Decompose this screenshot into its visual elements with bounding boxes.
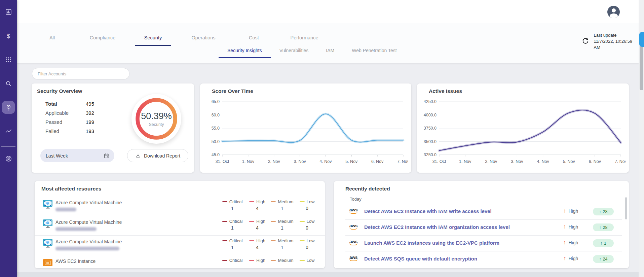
stat-passed: Passed199 [45,119,123,128]
resource-row[interactable]: Azure Compute Virtual Machine Critical 1… [35,236,325,255]
active-issues-chart: 4250.04000.03750.03500.03250.031. Oct1. … [420,98,626,169]
aws-logo-icon: aws [349,239,359,245]
svg-text:50.0: 50.0 [212,139,220,144]
svg-text:6. Nov: 6. Nov [589,159,601,164]
detection-link[interactable]: Detect AWS EC2 Instance with IAM write a… [364,208,492,214]
user-avatar[interactable] [607,6,620,18]
severity-dash-icon [271,221,276,222]
sidebar-item-billing[interactable]: $ [2,29,15,42]
app-root: $ AllComplianceSecurityOperationsCostPer… [0,0,644,277]
severity-low: Low 0 [295,238,319,250]
resource-row[interactable]: AWS EC2 Instance Critical High Medium Lo… [35,255,325,268]
svg-text:3750.0: 3750.0 [424,126,437,131]
detection-link[interactable]: Detect AWS EC2 Instance with IAM organiz… [364,224,510,230]
search-icon [5,80,12,87]
up-arrow-icon: ↑ [599,225,601,230]
severity-critical: Critical 1 [220,199,245,211]
delta-badge: ↑ 1 [593,239,614,247]
severity-critical: Critical 1 [220,238,245,250]
top-bar [17,0,639,23]
severity-indicator: ↑ High [563,224,578,230]
svg-text:4. Nov: 4. Nov [537,159,550,164]
resource-name: Azure Compute Virtual Machine [55,219,122,225]
refresh-icon[interactable] [582,37,590,45]
resource-row[interactable]: Azure Compute Virtual Machine Critical 1… [35,216,325,236]
filter-accounts-input[interactable] [32,68,129,79]
active-issues-card: Active Issues 4250.04000.03750.03500.032… [417,83,629,173]
delta-badge: ↑ 24 [593,255,614,263]
period-select-value: Last Week [46,153,68,159]
sidebar-item-dashboard[interactable] [2,5,15,18]
last-update: Last update 11/7/2022, 10:26:59 AM [582,32,639,50]
up-arrow-icon: ↑ [563,255,566,261]
resource-name: AWS EC2 Instance [55,258,96,264]
most-affected-resources-card: Most affected resources Azure Compute Vi… [35,181,325,268]
severity-dash-icon [300,240,305,242]
most-affected-rows: Azure Compute Virtual Machine Critical 1… [35,197,325,268]
delta-badge: ↑ 28 [593,208,614,215]
svg-text:65.0: 65.0 [212,99,220,104]
sidebar-item-apps[interactable] [2,53,15,66]
detection-item: aws Detect AWS EC2 Instance with IAM wri… [345,204,622,220]
last-update-timestamp: 11/7/2022, 10:26:59 AM [594,38,639,50]
sidebar-item-account[interactable] [2,152,15,165]
severity-dash-icon [222,221,227,222]
download-report-label: Download Report [144,153,180,159]
severity-block: Critical 1 High 4 Medium 1 Low 0 [220,219,319,231]
severity-dash-icon [271,201,276,203]
tab-all[interactable]: All [27,32,77,46]
sidebar-item-search[interactable] [2,77,15,90]
detection-item: aws Detect AWS EC2 Instance with IAM org… [345,220,622,236]
subtab-vulnerabilities[interactable]: Vulnerabilities [271,45,317,58]
svg-text:5. Nov: 5. Nov [563,159,575,164]
tab-compliance[interactable]: Compliance [77,32,128,46]
edge-floating-button[interactable] [639,32,644,47]
severity-indicator: ↑ High [563,208,578,214]
stat-total: Total495 [45,101,123,110]
most-affected-title: Most affected resources [41,186,101,192]
subtab-iam[interactable]: IAM [317,45,343,58]
period-select[interactable]: Last Week [40,149,114,162]
security-overview-title: Security Overview [37,88,82,94]
aws-logo-icon: aws [349,223,359,230]
azure-vm-icon [43,200,53,209]
severity-dash-icon [222,260,227,261]
calendar-icon [104,153,110,159]
up-arrow-icon: ↑ [563,208,566,214]
download-report-button[interactable]: Download Report [127,149,188,162]
sidebar-item-insights[interactable] [2,101,15,114]
resource-row[interactable]: Azure Compute Virtual Machine Critical 1… [35,197,325,216]
main-tabs: AllComplianceSecurityOperationsCostPerfo… [27,32,330,46]
severity-medium: Medium 1 [270,238,295,250]
severity-medium: Medium 1 [270,199,295,211]
aws-logo-icon: aws [349,208,359,214]
svg-text:1. Nov: 1. Nov [242,159,255,164]
tab-bar: AllComplianceSecurityOperationsCostPerfo… [17,23,639,63]
stat-applicable: Applicable392 [45,110,123,119]
security-score-label: Security [149,122,164,127]
tab-cost[interactable]: Cost [229,32,279,46]
tab-security[interactable]: Security [128,32,178,46]
stat-failed: Failed193 [45,128,123,137]
severity-dash-icon [222,240,227,242]
severity-high: High 4 [245,219,270,231]
sidebar-item-trends[interactable] [2,125,15,138]
card-scrollbar-thumb[interactable] [625,197,627,219]
recently-detected-group[interactable]: Today [350,197,362,202]
svg-text:6. Nov: 6. Nov [371,159,384,164]
severity-indicator: ↑ High [563,240,578,245]
footer-shade [17,272,644,277]
tab-operations[interactable]: Operations [178,32,229,46]
subtab-security-insights[interactable]: Security Insights [219,45,271,58]
severity-low: Low 0 [295,199,319,211]
security-overview-stats: Total495Applicable392Passed199Failed193 [45,101,123,137]
score-over-time-card: Score Over Time 65.060.055.050.045.031. … [200,83,411,173]
svg-text:1. Nov: 1. Nov [459,159,471,164]
detection-link[interactable]: Launch AWS EC2 instances using the EC2-V… [364,240,499,246]
detection-link[interactable]: Detect AWS SQS queue with default encryp… [364,256,477,262]
subtab-web-penetration-test[interactable]: Web Penetration Test [343,45,405,58]
recently-detected-title: Recently detected [345,186,390,192]
tab-performance[interactable]: Performance [279,32,330,46]
svg-text:3. Nov: 3. Nov [511,159,523,164]
severity-block: Critical High Medium Low [220,258,319,264]
